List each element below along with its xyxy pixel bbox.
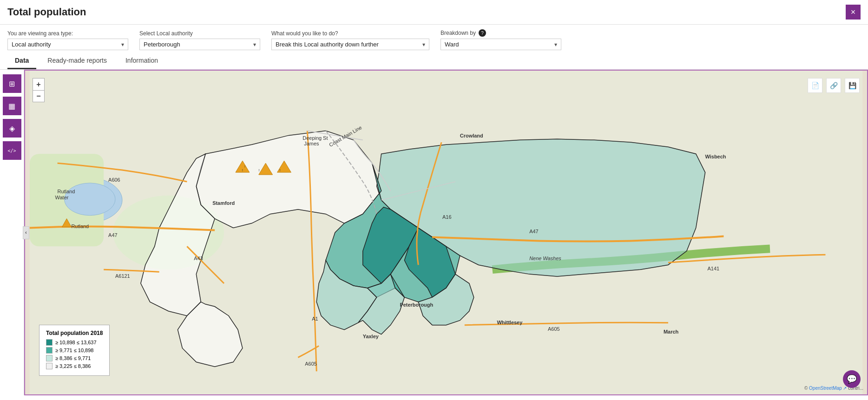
label-a605: A605 [548, 326, 560, 332]
link-button[interactable]: 🔗 [826, 78, 841, 93]
warning-icon-text3: ! [242, 168, 243, 172]
area-type-label: You are viewing area type: [7, 30, 128, 37]
page-title: Total population [7, 6, 86, 18]
zoom-in-button[interactable]: + [33, 78, 45, 90]
rutland-water-body [65, 183, 116, 216]
map-icon: ◈ [9, 124, 15, 133]
area-type-select[interactable]: Local authority ▾ [7, 39, 128, 50]
legend-swatch-2 [46, 347, 53, 354]
breakdown-value: Ward [445, 41, 552, 48]
label-a605-south: A605 [305, 361, 317, 367]
label-a47: A47 [529, 229, 538, 234]
warning-icon-text: ! [259, 168, 260, 172]
label-rutland: Rutland [71, 223, 89, 229]
tab-ready-made-reports[interactable]: Ready-made reports [40, 54, 114, 69]
action-value: Break this Local authority down further [276, 41, 420, 48]
legend-item-2: ≥ 9,771 ≤ 10,898 [46, 347, 103, 354]
area-type-group: You are viewing area type: Local authori… [7, 30, 128, 50]
breakdown-label: Breakdown by [441, 30, 476, 36]
label-nene-washes: Nene Washes [529, 256, 561, 261]
label-a16: A16 [442, 214, 451, 220]
label-crowland: Crowland [460, 133, 483, 138]
legend-range-4: ≥ 3,225 ≤ 8,386 [55, 363, 91, 369]
screenshot-icon: 📄 [811, 82, 819, 89]
map-action-buttons: 📄 🔗 💾 [808, 78, 860, 93]
legend-swatch-3 [46, 355, 53, 361]
link-icon: 🔗 [830, 82, 838, 89]
area-type-arrow: ▾ [121, 41, 124, 48]
action-select[interactable]: Break this Local authority down further … [271, 39, 429, 50]
label-a1: A1 [312, 316, 318, 321]
legend-swatch-4 [46, 363, 53, 369]
sidebar: ⊞ ▦ ◈ </> ‹ [0, 70, 24, 395]
label-a141: A141 [708, 266, 720, 271]
label-deeping2: James [304, 141, 319, 146]
header-bar: Total population × [0, 0, 868, 25]
breakdown-arrow: ▾ [554, 41, 557, 48]
code-icon: </> [7, 148, 16, 153]
local-authority-select[interactable]: Peterborough ▾ [139, 39, 260, 50]
warning-icon-text2: ! [279, 168, 280, 172]
action-group: What would you like to do? Break this Lo… [271, 30, 429, 50]
legend-range-3: ≥ 8,386 ≤ 9,771 [55, 355, 91, 361]
map-svg: Coast Main Line Crowland Wisbech Stamfor… [25, 71, 867, 394]
help-icon[interactable]: ? [479, 29, 486, 37]
breakdown-select[interactable]: Ward ▾ [441, 39, 561, 50]
map-zoom-controls: + − [33, 78, 45, 102]
sidebar-collapse-button[interactable]: ‹ [23, 226, 29, 239]
bar-chart-button[interactable]: ▦ [3, 97, 21, 115]
label-rutland-water2: Water [55, 195, 69, 200]
table-icon: ⊞ [9, 79, 15, 88]
label-whittlesey: Whittlesey [497, 320, 523, 325]
breakdown-label-row: Breakdown by ? [441, 29, 561, 37]
chat-button[interactable]: 💬 [843, 370, 861, 388]
legend-swatch-1 [46, 339, 53, 346]
warning-icon-text4: ! [244, 165, 245, 168]
label-a47-west: A47 [108, 232, 117, 238]
map-legend: Total population 2018 ≥ 10,898 ≤ 13,637 … [39, 325, 110, 376]
breakdown-group: Breakdown by ? Ward ▾ [441, 29, 561, 50]
label-march: March [664, 329, 678, 334]
map-background: Coast Main Line Crowland Wisbech Stamfor… [25, 71, 867, 394]
chevron-left-icon: ‹ [25, 230, 26, 235]
local-authority-group: Select Local authority Peterborough ▾ [139, 30, 260, 50]
local-authority-value: Peterborough [144, 41, 250, 48]
chat-icon: 💬 [847, 374, 857, 384]
save-icon: 💾 [848, 82, 856, 89]
legend-range-2: ≥ 9,771 ≤ 10,898 [55, 348, 93, 353]
bar-chart-icon: ▦ [8, 102, 15, 111]
legend-item-1: ≥ 10,898 ≤ 13,637 [46, 339, 103, 346]
table-view-button[interactable]: ⊞ [3, 74, 21, 93]
legend-item-4: ≥ 3,225 ≤ 8,386 [46, 363, 103, 369]
label-yaxley: Yaxley [363, 334, 379, 339]
map-view-button[interactable]: ◈ [3, 119, 21, 138]
label-stamford: Stamford [212, 200, 235, 206]
zoom-out-button[interactable]: − [33, 90, 45, 102]
label-a6121: A6121 [115, 273, 130, 279]
save-button[interactable]: 💾 [845, 78, 860, 93]
legend-range-1: ≥ 10,898 ≤ 13,637 [55, 340, 97, 345]
label-a606: A606 [108, 177, 120, 183]
screenshot-button[interactable]: 📄 [808, 78, 822, 93]
close-button[interactable]: × [846, 5, 861, 20]
controls-bar: You are viewing area type: Local authori… [0, 25, 868, 50]
action-arrow: ▾ [422, 41, 425, 48]
main-area: ⊞ ▦ ◈ </> ‹ [0, 70, 868, 395]
legend-item-3: ≥ 8,386 ≤ 9,771 [46, 355, 103, 361]
tabs-bar: Data Ready-made reports Information [0, 50, 868, 70]
label-a43: A43 [194, 256, 203, 261]
code-view-button[interactable]: </> [3, 141, 21, 160]
label-peterborough: Peterborough [400, 302, 433, 308]
osm-link[interactable]: OpenStreetMap ↗ [809, 386, 847, 391]
map-container[interactable]: Coast Main Line Crowland Wisbech Stamfor… [24, 70, 868, 395]
local-authority-label: Select Local authority [139, 30, 260, 37]
label-rutland-water: Rutland [58, 189, 75, 194]
action-label: What would you like to do? [271, 30, 429, 37]
legend-title: Total population 2018 [46, 330, 103, 336]
local-authority-arrow: ▾ [253, 41, 256, 48]
label-wisbech: Wisbech [705, 154, 726, 159]
area-type-value: Local authority [12, 41, 118, 48]
tab-data[interactable]: Data [7, 54, 36, 69]
label-deeping: Deeping St [302, 135, 328, 141]
tab-information[interactable]: Information [118, 54, 165, 69]
